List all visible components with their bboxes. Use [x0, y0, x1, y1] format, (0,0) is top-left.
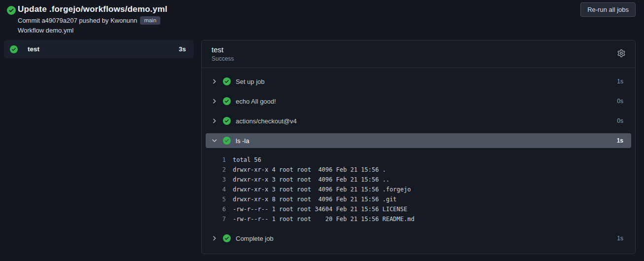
chevron-right-icon	[212, 235, 219, 241]
step-name: ls -la	[236, 137, 617, 145]
log-line: 6-rw-r--r-- 1 root root 34604 Feb 21 15:…	[206, 204, 631, 214]
check-circle-icon	[223, 234, 231, 242]
run-layout: test3s test Success Set up job1secho All…	[0, 37, 644, 259]
log-line-number: 2	[206, 165, 233, 175]
log-line-number: 7	[206, 214, 233, 224]
log-line-text: drwxr-xr-x 3 root root 4096 Feb 21 15:56…	[233, 185, 411, 194]
run-header-text: Update .forgejo/workflows/demo.yml Commi…	[18, 4, 167, 34]
step-row[interactable]: Set up job1s	[206, 72, 631, 91]
step-name: Complete job	[236, 235, 617, 242]
check-circle-icon	[223, 117, 231, 125]
log-line: 1total 56	[206, 155, 631, 165]
step-name: Set up job	[236, 78, 617, 85]
gear-icon[interactable]	[617, 49, 625, 57]
log-line-text: drwxr-xr-x 8 root root 4096 Feb 21 15:56…	[233, 194, 396, 204]
commit-text: Commit a49079a207 pushed by Kwonunn	[18, 17, 137, 24]
run-commit-line: Commit a49079a207 pushed by Kwonunnmain	[18, 16, 167, 25]
branch-badge[interactable]: main	[140, 16, 160, 25]
log-line-number: 1	[206, 155, 233, 165]
log-line-text: -rw-r--r-- 1 root root 34604 Feb 21 15:5…	[233, 204, 407, 214]
steps-list: Set up job1secho All good!0sactions/chec…	[202, 68, 635, 254]
job-list: test3s	[4, 40, 194, 58]
step-duration: 1s	[617, 78, 623, 85]
job-name: test	[28, 45, 39, 53]
log-line-number: 5	[206, 194, 233, 204]
log-line-number: 6	[206, 204, 233, 214]
log-line-number: 4	[206, 185, 233, 194]
job-panel-header: test Success	[202, 40, 635, 68]
log-line-text: -rw-r--r-- 1 root root 20 Feb 21 15:56 R…	[233, 214, 414, 224]
run-workflow-line: Workflow demo.yml	[18, 27, 167, 34]
step-row[interactable]: actions/checkout@v40s	[206, 111, 631, 131]
check-circle-icon	[223, 77, 231, 85]
log-line: 3drwxr-xr-x 3 root root 4096 Feb 21 15:5…	[206, 175, 631, 185]
step-name: actions/checkout@v4	[236, 117, 617, 125]
job-panel-title: test	[212, 45, 625, 54]
run-status-icon-column	[7, 6, 18, 17]
job-panel: test Success Set up job1secho All good!0…	[201, 40, 636, 254]
log-line-text: drwxr-xr-x 3 root root 4096 Feb 21 15:56…	[233, 175, 390, 185]
check-circle-icon	[223, 97, 231, 105]
check-circle-icon	[10, 45, 18, 53]
log-line: 7-rw-r--r-- 1 root root 20 Feb 21 15:56 …	[206, 214, 631, 224]
job-panel-status: Success	[212, 55, 625, 62]
chevron-right-icon	[212, 78, 219, 84]
check-circle-icon	[7, 8, 16, 16]
step-duration: 1s	[617, 137, 623, 144]
chevron-right-icon	[212, 118, 219, 124]
log-line-text: drwxr-xr-x 4 root root 4096 Feb 21 15:56…	[233, 165, 386, 175]
chevron-right-icon	[212, 98, 219, 104]
log-line-text: total 56	[233, 155, 261, 165]
step-duration: 0s	[617, 98, 623, 105]
job-duration: 3s	[179, 45, 186, 53]
step-log-block: 1total 562drwxr-xr-x 4 root root 4096 Fe…	[206, 150, 631, 228]
run-header: Update .forgejo/workflows/demo.yml Commi…	[0, 0, 644, 37]
rerun-all-jobs-button[interactable]: Re-run all jobs	[580, 2, 636, 17]
log-line: 4drwxr-xr-x 3 root root 4096 Feb 21 15:5…	[206, 185, 631, 194]
step-row[interactable]: ls -la1s	[206, 133, 631, 148]
chevron-down-icon	[212, 138, 219, 144]
step-name: echo All good!	[236, 98, 617, 105]
log-line: 2drwxr-xr-x 4 root root 4096 Feb 21 15:5…	[206, 165, 631, 175]
run-title: Update .forgejo/workflows/demo.yml	[18, 4, 167, 14]
step-duration: 1s	[617, 235, 623, 242]
log-line-number: 3	[206, 175, 233, 185]
log-line: 5drwxr-xr-x 8 root root 4096 Feb 21 15:5…	[206, 194, 631, 204]
step-duration: 0s	[617, 117, 623, 124]
step-row[interactable]: echo All good!0s	[206, 91, 631, 111]
step-row[interactable]: Complete job1s	[206, 228, 631, 248]
job-item-test[interactable]: test3s	[4, 40, 194, 58]
check-circle-icon	[223, 137, 231, 145]
